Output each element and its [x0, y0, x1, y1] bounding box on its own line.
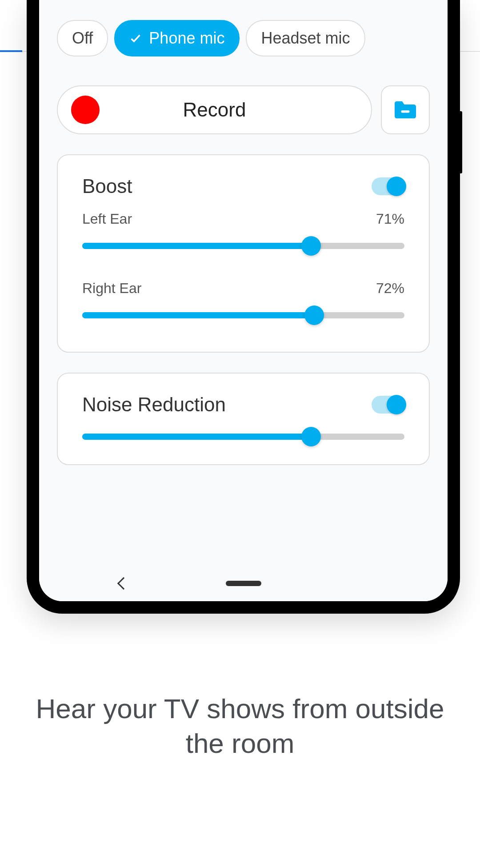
- mic-off-label: Off: [72, 29, 93, 48]
- toggle-thumb: [387, 177, 406, 196]
- left-ear-label: Left Ear: [82, 211, 132, 227]
- slider-fill: [82, 434, 311, 440]
- record-dot-icon: [71, 96, 100, 124]
- phone-side-button: [460, 111, 462, 173]
- mic-selector-group: Off Phone mic Headset mic: [57, 0, 430, 56]
- slider-fill: [82, 243, 311, 249]
- slider-thumb: [301, 236, 321, 256]
- right-ear-label: Right Ear: [82, 280, 141, 297]
- record-button[interactable]: Record: [57, 85, 372, 134]
- check-icon: [129, 32, 142, 44]
- app-screen: Off Phone mic Headset mic Record: [39, 0, 448, 601]
- right-ear-labels: Right Ear 72%: [82, 280, 404, 297]
- header-accent-line: [0, 50, 22, 52]
- record-label: Record: [183, 99, 246, 121]
- noise-reduction-toggle[interactable]: [372, 396, 404, 414]
- boost-header: Boost: [82, 175, 404, 197]
- slider-fill: [82, 312, 314, 318]
- nav-home-pill[interactable]: [226, 581, 261, 586]
- android-nav-bar: [39, 566, 448, 601]
- svg-rect-0: [401, 110, 409, 113]
- boost-title: Boost: [82, 175, 132, 197]
- mic-headset-label: Headset mic: [261, 29, 350, 48]
- noise-reduction-header: Noise Reduction: [82, 394, 404, 416]
- right-ear-value: 72%: [376, 280, 404, 297]
- slider-thumb: [301, 427, 321, 446]
- phone-frame: Off Phone mic Headset mic Record: [27, 0, 460, 614]
- mic-off-button[interactable]: Off: [57, 20, 108, 56]
- left-ear-group: Left Ear 71%: [82, 211, 404, 249]
- folder-icon: [392, 99, 418, 121]
- slider-thumb: [304, 305, 324, 325]
- mic-phone-button[interactable]: Phone mic: [114, 20, 240, 56]
- noise-reduction-title: Noise Reduction: [82, 394, 226, 416]
- toggle-thumb: [387, 395, 406, 414]
- noise-reduction-slider[interactable]: [82, 434, 404, 440]
- right-ear-group: Right Ear 72%: [82, 280, 404, 318]
- record-row: Record: [57, 85, 430, 134]
- left-ear-slider[interactable]: [82, 243, 404, 249]
- left-ear-labels: Left Ear 71%: [82, 211, 404, 227]
- right-ear-slider[interactable]: [82, 312, 404, 318]
- boost-toggle[interactable]: [372, 177, 404, 195]
- folder-button[interactable]: [381, 85, 430, 134]
- tagline-text: Hear your TV shows from outside the room: [0, 691, 480, 760]
- noise-reduction-card: Noise Reduction: [57, 373, 430, 465]
- mic-headset-button[interactable]: Headset mic: [246, 20, 365, 56]
- mic-phone-label: Phone mic: [149, 29, 224, 48]
- boost-card: Boost Left Ear 71% Right Ear 72%: [57, 154, 430, 353]
- left-ear-value: 71%: [376, 211, 404, 227]
- nav-back-icon[interactable]: [117, 577, 130, 590]
